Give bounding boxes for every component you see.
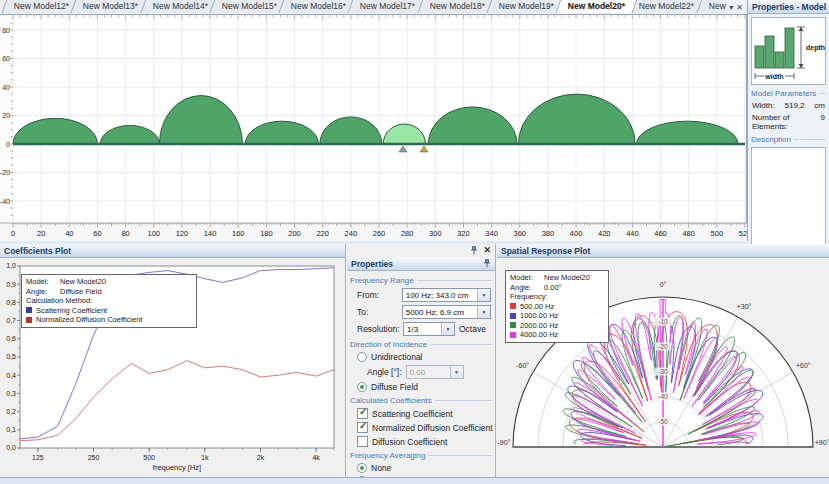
tab-label: New Model18* (430, 0, 485, 13)
window-bottom-edge (0, 477, 829, 484)
angle-value: 0.00 (410, 368, 426, 377)
document-tab[interactable]: New Model17* (348, 0, 428, 13)
coefficients-plot-header: Coefficients Plot (0, 244, 345, 258)
chevron-down-icon: ▼ (477, 289, 490, 301)
freq-2000-swatch (510, 322, 516, 328)
width-value: 519,2 (784, 101, 804, 110)
freq-2000-label: 2000.00 Hz (520, 321, 558, 331)
resolution-value: 1/3 (407, 325, 418, 334)
coefficients-plot-body: 0,00,10,20,30,40,50,60,70,80,91,01252505… (0, 258, 345, 478)
y-axis-tick-label: 20 (2, 112, 10, 119)
close-icon[interactable]: ✕ (483, 246, 491, 255)
y-axis-tick-label: -20 (0, 169, 10, 176)
freq-4000-label: 4000.00 Hz (520, 330, 558, 340)
y-tick-label: 0,4 (6, 372, 16, 379)
width-unit: cm (814, 101, 825, 110)
tab-label: New Model14* (152, 0, 207, 13)
chevron-down-icon: ▼ (450, 366, 463, 378)
diffuse-field-radio[interactable] (357, 382, 367, 392)
normalized-diffusion-checkbox[interactable] (357, 422, 368, 433)
to-label: To: (357, 307, 398, 317)
averaging-none-label: None (371, 463, 391, 473)
legend-model-label: Model: (26, 277, 56, 287)
depth-width-diagram-icon: depthwidth (752, 18, 826, 82)
properties-dock-panel: ✕ Properties Frequency Range From: 100 H… (347, 244, 496, 477)
from-value: 100 Hz; 343.0 cm (406, 291, 469, 300)
x-tick-label: 4k (312, 454, 320, 461)
diffuser-profile-view[interactable]: 806040200-20-400204060801001201401601802… (0, 15, 747, 241)
tab-bar-controls: ▾ ✕ (727, 4, 747, 14)
document-tab[interactable]: New Model18* (417, 0, 497, 13)
close-icon[interactable]: ✕ (736, 4, 743, 12)
from-frequency-select[interactable]: 100 Hz; 343.0 cm ▼ (402, 288, 491, 302)
chevron-down-icon[interactable]: ▾ (729, 4, 733, 12)
model-editor-canvas[interactable]: 806040200-20-400204060801001201401601802… (0, 15, 747, 241)
x-tick-label: 500 (143, 454, 155, 461)
pin-icon[interactable] (470, 246, 478, 255)
app-window: New Model12*New Model13*New Model14*New … (0, 0, 829, 484)
document-tab[interactable]: New Model12* (1, 0, 81, 13)
unidirectional-radio[interactable] (357, 352, 367, 362)
chevron-down-icon: ▼ (441, 323, 454, 335)
polar-angle-label: -60° (516, 362, 529, 369)
tab-label: New Model17* (360, 0, 415, 13)
tab-label: New Model13* (83, 0, 138, 13)
angle-select[interactable]: 0.00 ▼ (406, 365, 464, 379)
y-tick-label: 0,0 (6, 444, 16, 451)
document-tab[interactable]: New Model20* (556, 0, 638, 13)
coefficients-plot-panel: Coefficients Plot 0,00,10,20,30,40,50,60… (0, 244, 346, 477)
document-tab[interactable]: New Model14* (140, 0, 220, 13)
spatial-response-header: Spatial Response Plot (497, 244, 829, 258)
section-divider (417, 280, 492, 281)
scattering-coefficient-label: Scattering Coefficient (372, 409, 453, 419)
elements-value: 9 (821, 113, 825, 131)
x-axis-tick-label: 120 (176, 229, 189, 238)
document-tab[interactable]: New Model19* (486, 0, 566, 13)
x-axis-tick-label: 60 (93, 229, 101, 238)
freq-1000-swatch (510, 313, 516, 319)
thumbnail-bar (765, 36, 774, 68)
x-axis-tick-label: 100 (148, 229, 161, 238)
normalized-series-label: Normalized Diffusion Coefficient (36, 315, 142, 325)
averaging-none-radio[interactable] (357, 463, 367, 473)
document-tab[interactable]: New Model22* (627, 0, 707, 13)
x-axis-tick-label: 40 (65, 229, 73, 238)
x-axis-tick-label: 480 (682, 229, 695, 238)
polar-angle-label: +60° (796, 362, 811, 369)
ring-db-label: -40 (658, 393, 668, 400)
x-axis-tick-label: 80 (121, 229, 129, 238)
unidirectional-label: Unidirectional (371, 352, 423, 362)
diffusion-coefficient-checkbox[interactable] (357, 436, 368, 447)
x-axis-tick-label: 200 (288, 229, 301, 238)
x-axis-tick-label: 440 (626, 229, 639, 238)
x-axis-tick-label: 340 (485, 229, 498, 238)
averaging-title: Frequency Averaging (350, 451, 425, 460)
x-axis-tick-label: 360 (514, 229, 527, 238)
resolution-select[interactable]: 1/3 ▼ (403, 322, 455, 336)
x-tick-label: 2k (257, 454, 265, 461)
x-axis-tick-label: 280 (401, 229, 414, 238)
ring-db-label: -30 (658, 368, 668, 375)
spatial-response-title: Spatial Response Plot (501, 246, 590, 256)
x-axis-tick-label: 300 (429, 229, 442, 238)
document-tab[interactable]: New Model13* (71, 0, 151, 13)
description-textarea[interactable] (751, 147, 826, 250)
freq-500-swatch (510, 303, 516, 309)
x-axis-tick-label: 240 (345, 229, 358, 238)
y-axis-tick-label: 80 (2, 27, 10, 34)
tab-strip: New Model12*New Model13*New Model14*New … (0, 0, 727, 14)
y-tick-label: 0,7 (6, 317, 16, 324)
description-title: Description (751, 135, 791, 144)
legend-model-value: New Model20 (544, 273, 590, 283)
scattering-coefficient-checkbox[interactable] (357, 408, 368, 419)
document-tab[interactable]: New Model15* (209, 0, 289, 13)
to-frequency-select[interactable]: 5000 Hz; 6.9 cm ▼ (402, 305, 491, 319)
document-tab[interactable]: New Model23* (696, 0, 727, 13)
pin-icon[interactable] (483, 259, 491, 268)
model-parameters-section: Model Parameters (751, 89, 826, 98)
scattering-series-swatch (26, 307, 32, 313)
properties-body: Frequency Range From: 100 Hz; 343.0 cm ▼… (347, 271, 495, 484)
thumbnail-bar (755, 46, 764, 68)
tab-label: New Model15* (222, 0, 277, 13)
thumbnail-bar (785, 28, 794, 68)
